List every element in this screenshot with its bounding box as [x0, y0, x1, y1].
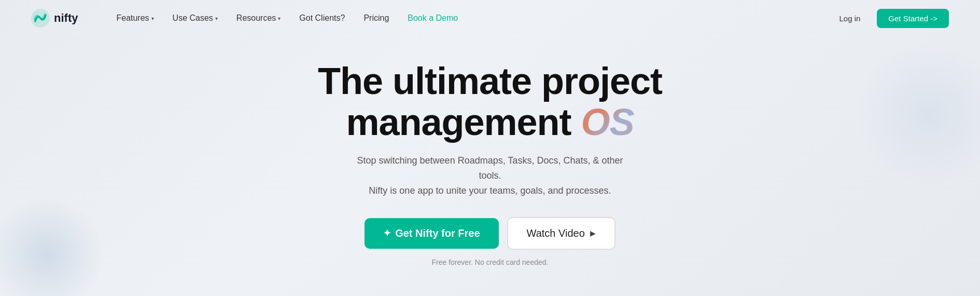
play-icon: ▶ [590, 229, 596, 237]
hero-subtitle: Stop switching between Roadmaps, Tasks, … [345, 153, 635, 198]
chevron-down-icon: ▾ [215, 16, 218, 21]
login-button[interactable]: Log in [829, 10, 871, 27]
chevron-down-icon: ▾ [151, 16, 154, 21]
logo-area[interactable]: nifty [31, 9, 78, 28]
sparkle-icon: ✦ [383, 227, 391, 239]
get-started-button[interactable]: Get Started -> [877, 9, 949, 28]
nav-features[interactable]: Features ▾ [109, 9, 161, 27]
page-wrapper: nifty Features ▾ Use Cases ▾ Resources ▾… [0, 0, 980, 296]
logo-text: nifty [54, 11, 78, 25]
watch-video-button[interactable]: Watch Video ▶ [507, 217, 615, 250]
nav-pricing[interactable]: Pricing [356, 9, 396, 27]
free-notice: Free forever. No credit card needed. [432, 258, 549, 266]
hero-buttons: ✦ Get Nifty for Free Watch Video ▶ [365, 217, 615, 250]
hero-title: The ultimate project management OS [318, 61, 662, 143]
nav-got-clients[interactable]: Got Clients? [292, 9, 352, 27]
nifty-logo-icon [31, 9, 50, 28]
hero-os-text: OS [581, 102, 634, 143]
get-nifty-free-button[interactable]: ✦ Get Nifty for Free [365, 218, 498, 249]
nav-use-cases[interactable]: Use Cases ▾ [165, 9, 225, 27]
nav-book-demo[interactable]: Book a Demo [400, 9, 465, 27]
nav-resources[interactable]: Resources ▾ [229, 9, 288, 27]
hero-section: The ultimate project management OS Stop … [0, 31, 980, 296]
chevron-down-icon: ▾ [278, 16, 281, 21]
nav-links: Features ▾ Use Cases ▾ Resources ▾ Got C… [109, 9, 829, 27]
navbar: nifty Features ▾ Use Cases ▾ Resources ▾… [0, 0, 980, 36]
nav-right: Log in Get Started -> [829, 9, 949, 28]
